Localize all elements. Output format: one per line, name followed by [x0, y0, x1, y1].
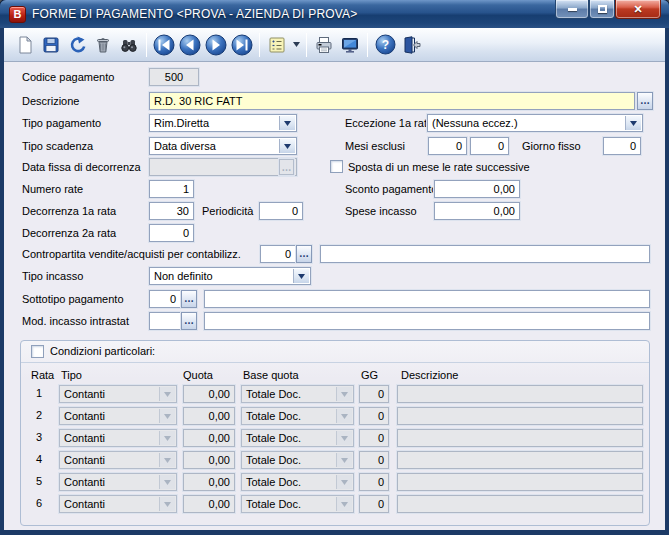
contropartita-field[interactable]: 0 — [260, 245, 296, 263]
rata-descrizione-field — [397, 385, 643, 403]
tipo-pagamento-label: Tipo pagamento — [22, 117, 101, 129]
undo-icon — [67, 35, 87, 55]
list-button[interactable] — [264, 32, 290, 58]
rata-tipo-value: Contanti — [60, 496, 158, 512]
nav-next-icon — [205, 34, 227, 56]
rata-descrizione-field — [397, 451, 643, 469]
sottotipo-pagamento-lookup-button[interactable]: … — [181, 290, 197, 308]
eccezione-1a-rata-select[interactable]: (Nessuna eccez.) — [427, 114, 643, 132]
descrizione-lookup-button[interactable]: … — [637, 92, 653, 110]
mesi-esclusi-field-1[interactable]: 0 — [428, 137, 467, 155]
numero-rate-field[interactable]: 1 — [149, 180, 194, 198]
print-preview-button[interactable] — [337, 32, 363, 58]
condizioni-particolari-checkbox[interactable] — [31, 345, 44, 358]
tipo-scadenza-select[interactable]: Data diversa — [149, 137, 297, 155]
rata-descrizione-field — [397, 495, 643, 513]
previous-record-button[interactable] — [177, 32, 203, 58]
chevron-down-icon — [336, 453, 352, 467]
next-record-button[interactable] — [203, 32, 229, 58]
rata-base-quota-value: Totale Doc. — [242, 452, 335, 468]
sconto-pagamento-field[interactable]: 0,00 — [434, 180, 520, 198]
rata-base-quota-value: Totale Doc. — [242, 408, 335, 424]
mesi-esclusi-field-2[interactable]: 0 — [470, 137, 509, 155]
decorrenza-1a-rata-field[interactable]: 30 — [149, 202, 194, 220]
mod-incasso-intrastat-field[interactable] — [149, 312, 181, 330]
column-header-quota: Quota — [183, 369, 213, 381]
rata-tipo-select: Contanti — [59, 407, 177, 425]
minimize-icon — [568, 8, 577, 11]
tipo-incasso-value: Non definito — [150, 268, 292, 284]
undo-button[interactable] — [64, 32, 90, 58]
rata-gg-field: 0 — [359, 429, 389, 447]
save-button[interactable] — [38, 32, 64, 58]
periodicita-label: Periodicità — [202, 205, 253, 217]
last-record-button[interactable] — [229, 32, 255, 58]
tipo-pagamento-value: Rim.Diretta — [150, 115, 278, 131]
new-button[interactable] — [12, 32, 38, 58]
rata-descrizione-field — [397, 407, 643, 425]
minimize-button[interactable] — [555, 0, 589, 19]
chevron-down-icon — [159, 431, 175, 445]
spese-incasso-field[interactable]: 0,00 — [434, 202, 520, 220]
maximize-button[interactable] — [589, 0, 615, 19]
toolbar-separator — [367, 33, 368, 57]
chevron-down-icon — [159, 453, 175, 467]
chevron-down-icon — [336, 409, 352, 423]
chevron-down-icon — [279, 116, 295, 130]
list-dropdown-button[interactable] — [290, 32, 302, 58]
codice-pagamento-label: Codice pagamento — [22, 71, 114, 83]
sottotipo-pagamento-field[interactable]: 0 — [149, 290, 181, 308]
print-button[interactable] — [311, 32, 337, 58]
sconto-pagamento-label: Sconto pagamento — [345, 183, 437, 195]
column-header-descrizione: Descrizione — [401, 369, 458, 381]
tipo-scadenza-label: Tipo scadenza — [22, 140, 93, 152]
exit-button[interactable] — [398, 32, 424, 58]
codice-pagamento-field: 500 — [149, 68, 199, 86]
chevron-down-icon — [279, 139, 295, 153]
descrizione-field[interactable]: R.D. 30 RIC FATT — [149, 92, 635, 110]
chevron-down-icon — [625, 116, 641, 130]
contropartita-label: Contropartita vendite/acquisti per conta… — [22, 248, 241, 260]
close-button[interactable]: ✕ — [615, 0, 661, 19]
giorno-fisso-field[interactable]: 0 — [603, 137, 641, 155]
close-icon: ✕ — [633, 3, 642, 16]
rata-quota-field: 0,00 — [183, 451, 235, 469]
nav-previous-icon — [179, 34, 201, 56]
periodicita-field[interactable]: 0 — [259, 202, 303, 220]
tipo-incasso-select[interactable]: Non definito — [149, 267, 311, 285]
app-icon: B — [9, 6, 26, 23]
mod-incasso-intrastat-label: Mod. incasso intrastat — [22, 315, 129, 327]
column-header-base-quota: Base quota — [243, 369, 299, 381]
chevron-down-icon — [293, 269, 309, 283]
title-bar: B FORME DI PAGAMENTO <PROVA - AZIENDA DI… — [0, 0, 669, 28]
delete-button[interactable] — [90, 32, 116, 58]
rata-number: 1 — [27, 387, 51, 399]
help-icon: ? — [375, 34, 396, 55]
tipo-pagamento-select[interactable]: Rim.Diretta — [149, 114, 297, 132]
chevron-down-icon — [293, 42, 300, 47]
rata-base-quota-select: Totale Doc. — [241, 451, 354, 469]
rata-number: 5 — [27, 475, 51, 487]
numero-rate-label: Numero rate — [22, 183, 83, 195]
contropartita-lookup-button[interactable]: … — [296, 245, 312, 263]
nav-first-icon — [153, 34, 175, 56]
nav-last-icon — [231, 34, 253, 56]
decorrenza-2a-rata-field[interactable]: 0 — [149, 224, 194, 242]
rata-descrizione-field — [397, 473, 643, 491]
sposta-mese-checkbox[interactable] — [330, 160, 343, 173]
chevron-down-icon — [336, 497, 352, 511]
descrizione-label: Descrizione — [22, 95, 79, 107]
rata-number: 2 — [27, 409, 51, 421]
find-button[interactable] — [116, 32, 142, 58]
rata-quota-field: 0,00 — [183, 429, 235, 447]
help-button[interactable]: ? — [372, 32, 398, 58]
tipo-scadenza-value: Data diversa — [150, 138, 278, 154]
first-record-button[interactable] — [151, 32, 177, 58]
rata-gg-field: 0 — [359, 385, 389, 403]
mod-incasso-intrastat-lookup-button[interactable]: … — [181, 312, 197, 330]
toolbar-separator — [259, 33, 260, 57]
chevron-down-icon — [336, 431, 352, 445]
eccezione-1a-rata-label: Eccezione 1a rata — [345, 117, 433, 129]
rata-gg-field: 0 — [359, 407, 389, 425]
rata-quota-field: 0,00 — [183, 385, 235, 403]
